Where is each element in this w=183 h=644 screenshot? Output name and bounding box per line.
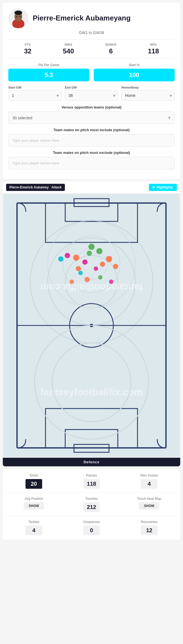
svg-point-28	[88, 244, 95, 250]
end-gw-wrapper[interactable]: 38	[65, 90, 118, 101]
play-icon	[153, 186, 155, 189]
teammates-exclude-input[interactable]: Type your player names here	[8, 157, 175, 169]
metric-row: Pts Per Game 5.3 Start % 100	[8, 63, 175, 81]
svg-point-34	[76, 266, 81, 271]
gw-range: GW1 to GW38	[8, 30, 175, 35]
chevron-down-icon: ▾	[168, 115, 171, 120]
start-gw-group: Start GW 1	[8, 86, 62, 101]
pts-per-game-box: Pts Per Game 5.3	[8, 63, 89, 81]
svg-point-39	[58, 256, 63, 262]
avg-position-stat: Avg Position SHOW	[7, 497, 60, 512]
player-header: Pierre-Emerick Aubameyang	[8, 8, 175, 28]
svg-text:fantasyfootballfix.com: fantasyfootballfix.com	[40, 387, 143, 397]
svg-point-32	[106, 256, 112, 262]
svg-point-30	[87, 251, 92, 256]
divider2	[7, 516, 176, 516]
player-avatar	[8, 8, 28, 28]
gw-dropdowns: Start GW 1 End GW 38 Home/Away Home	[8, 86, 175, 101]
stats-grid-row2: Avg Position SHOW Touches 212 Touch Heat…	[7, 497, 176, 512]
divider1	[7, 493, 176, 493]
versus-label: Versus opposition teams (optional)	[8, 105, 175, 109]
touch-heat-map-stat: Touch Heat Map SHOW	[123, 497, 176, 512]
pitch-player-label-block: Pierre-Emerick Aubamey Attack	[6, 184, 65, 191]
stats-grid-row1: Shots 20 Passes 118 Attm Assists 4	[7, 474, 176, 489]
home-away-group: Home/Away Home	[121, 86, 175, 101]
svg-point-38	[94, 267, 98, 271]
start-gw-select[interactable]: 1	[8, 90, 62, 101]
svg-text:fantasyfootballfix.com: fantasyfootballfix.com	[40, 282, 143, 293]
stat-mins: MINS 540	[63, 43, 74, 55]
svg-point-4	[14, 11, 22, 15]
end-gw-group: End GW 38	[65, 86, 118, 101]
svg-point-35	[113, 264, 118, 269]
svg-point-40	[78, 271, 83, 275]
avg-position-show-button[interactable]: SHOW	[24, 502, 44, 509]
stat-pts: PTS 32	[24, 43, 32, 55]
player-card: Pierre-Emerick Aubameyang GW1 to GW38 PT…	[3, 3, 180, 179]
svg-point-37	[82, 259, 88, 265]
defence-label: Defence	[3, 458, 180, 466]
svg-point-6	[19, 16, 21, 17]
start-pct-box: Start % 100	[94, 63, 175, 81]
attm-assists-stat: Attm Assists 4	[123, 474, 176, 489]
svg-point-5	[16, 16, 17, 17]
player-name: Pierre-Emerick Aubameyang	[33, 14, 131, 22]
teammates-include-label: Team mates on pitch must include (option…	[8, 128, 175, 132]
passes-stat: Passes 118	[65, 474, 118, 489]
stat-bonus: BONUS 6	[105, 43, 116, 55]
svg-point-33	[100, 262, 105, 267]
touch-heat-map-show-button[interactable]: SHOW	[139, 502, 159, 509]
pitch-player-label: Pierre-Emerick Aubamey Attack	[6, 184, 65, 191]
pitch-container: fantasyfootballfix.com	[3, 193, 180, 458]
end-gw-select[interactable]: 38	[65, 90, 118, 101]
teammates-include-input[interactable]: Type your player names here	[8, 134, 175, 147]
stat-bps: BPS 118	[148, 43, 159, 55]
bottom-stats: Shots 20 Passes 118 Attm Assists 4 Avg P…	[3, 469, 180, 540]
touches-stat: Touches 212	[65, 497, 118, 512]
home-away-wrapper[interactable]: Home	[121, 90, 175, 101]
recoveries-stat: Recoveries 12	[123, 520, 176, 535]
shots-stat: Shots 20	[7, 474, 60, 489]
tackles-stat: Tackles 4	[7, 520, 60, 535]
svg-point-44	[109, 280, 113, 284]
pitch-section: Pierre-Emerick Aubamey Attack Highlights…	[3, 182, 180, 466]
start-gw-wrapper[interactable]: 1	[8, 90, 62, 101]
svg-point-36	[65, 253, 70, 258]
player-name-block: Pierre-Emerick Aubameyang	[33, 14, 131, 22]
highlights-button[interactable]: Highlights	[149, 184, 177, 191]
svg-point-31	[73, 255, 79, 261]
pitch-header: Pierre-Emerick Aubamey Attack Highlights	[3, 182, 180, 193]
svg-point-43	[98, 275, 103, 280]
teammates-exclude-label: Team mates on pitch must exclude (option…	[8, 151, 175, 155]
svg-point-29	[96, 248, 102, 254]
stats-row: PTS 32 MINS 540 BONUS 6 BPS 118	[8, 39, 175, 59]
versus-dropdown[interactable]: 30 selected ▾	[8, 112, 175, 124]
svg-point-41	[85, 277, 90, 282]
svg-point-42	[70, 280, 74, 284]
home-away-select[interactable]: Home	[121, 90, 175, 101]
stats-grid-row3: Tackles 4 Clearances 0 Recoveries 12	[7, 520, 176, 535]
clearances-stat: Clearances 0	[65, 520, 118, 535]
pitch-svg: fantasyfootballfix.com	[4, 194, 179, 457]
